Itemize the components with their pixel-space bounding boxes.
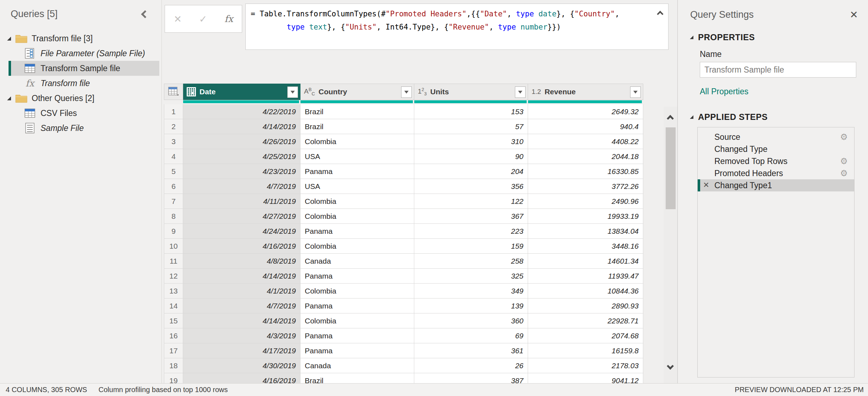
cell-revenue[interactable]: 11939.47	[528, 269, 643, 284]
table-row[interactable]: 84/27/2019Colombia36719933.19	[164, 209, 643, 224]
cell-date[interactable]: 4/14/2019	[183, 269, 300, 284]
all-properties-link[interactable]: All Properties	[700, 87, 749, 96]
formula-text[interactable]: = Table.TransformColumnTypes(#"Promoted …	[246, 4, 668, 37]
cell-units[interactable]: 204	[414, 164, 528, 179]
table-row[interactable]: 184/30/2019Canada262178.03	[164, 358, 643, 373]
table-row[interactable]: 34/26/2019Colombia3104408.22	[164, 134, 643, 149]
applied-step-removed-top-rows[interactable]: Removed Top Rows⚙	[698, 155, 854, 167]
cell-country[interactable]: Colombia	[300, 194, 414, 209]
cell-units[interactable]: 325	[414, 269, 528, 284]
row-number[interactable]: 5	[164, 164, 183, 179]
cell-country[interactable]: Panama	[300, 224, 414, 239]
cell-date[interactable]: 4/11/2019	[183, 194, 300, 209]
row-number[interactable]: 14	[164, 299, 183, 313]
table-row[interactable]: 94/24/2019Panama22313834.04	[164, 224, 643, 239]
cell-country[interactable]: Colombia	[300, 239, 414, 254]
cell-revenue[interactable]: 10844.36	[528, 284, 643, 299]
column-header-country[interactable]: ABCCountry	[300, 84, 414, 100]
cell-revenue[interactable]: 22928.71	[528, 313, 643, 328]
column-header-revenue[interactable]: 1.2Revenue	[528, 84, 643, 100]
table-row[interactable]: 154/14/2019Colombia36022928.71	[164, 313, 643, 328]
table-row[interactable]: 114/8/2019Canada25814601.34	[164, 254, 643, 269]
applied-step-source[interactable]: Source⚙	[698, 131, 854, 143]
cell-date[interactable]: 4/16/2019	[183, 239, 300, 254]
cell-revenue[interactable]: 19933.19	[528, 209, 643, 224]
query-item[interactable]: Transform Sample file	[9, 61, 159, 76]
applied-step-changed-type[interactable]: Changed Type	[698, 143, 854, 155]
row-number[interactable]: 2	[164, 119, 183, 134]
row-number[interactable]: 13	[164, 284, 183, 299]
applied-steps-section-header[interactable]: APPLIED STEPS	[678, 112, 868, 122]
scroll-down-icon[interactable]	[667, 363, 674, 370]
collapse-pane-icon[interactable]	[141, 10, 149, 18]
cell-country[interactable]: Colombia	[300, 313, 414, 328]
cell-units[interactable]: 367	[414, 209, 528, 224]
table-row[interactable]: 174/17/2019Panama36116159.8	[164, 343, 643, 358]
cell-units[interactable]: 360	[414, 313, 528, 328]
cell-country[interactable]: Panama	[300, 299, 414, 313]
cell-revenue[interactable]: 13834.04	[528, 224, 643, 239]
cell-revenue[interactable]: 2044.18	[528, 149, 643, 164]
cell-date[interactable]: 4/25/2019	[183, 149, 300, 164]
scroll-up-icon[interactable]	[667, 115, 674, 122]
row-number[interactable]: 6	[164, 179, 183, 194]
cell-date[interactable]: 4/3/2019	[183, 328, 300, 343]
cell-revenue[interactable]: 2649.32	[528, 104, 643, 119]
cell-country[interactable]: Brazil	[300, 104, 414, 119]
query-group[interactable]: Other Queries [2]	[0, 91, 161, 106]
row-number[interactable]: 15	[164, 313, 183, 328]
cell-country[interactable]: Brazil	[300, 119, 414, 134]
cell-revenue[interactable]: 3448.16	[528, 239, 643, 254]
row-number[interactable]: 4	[164, 149, 183, 164]
table-row[interactable]: 144/7/2019Panama1392890.93	[164, 299, 643, 313]
vertical-scrollbar[interactable]	[664, 107, 678, 383]
cell-country[interactable]: Panama	[300, 343, 414, 358]
step-settings-gear-icon[interactable]: ⚙	[840, 157, 848, 165]
column-header-units[interactable]: 123Units	[414, 84, 528, 100]
group-expand-icon[interactable]	[7, 37, 11, 41]
row-number[interactable]: 9	[164, 224, 183, 239]
cell-date[interactable]: 4/27/2019	[183, 209, 300, 224]
cell-revenue[interactable]: 2490.96	[528, 194, 643, 209]
cell-country[interactable]: Colombia	[300, 134, 414, 149]
table-row[interactable]: 164/3/2019Panama692074.68	[164, 328, 643, 343]
delete-step-icon[interactable]: ✕	[703, 181, 709, 189]
close-pane-icon[interactable]: ✕	[850, 10, 858, 20]
cell-date[interactable]: 4/14/2019	[183, 119, 300, 134]
table-row[interactable]: 24/14/2019Brazil57940.4	[164, 119, 643, 134]
cell-date[interactable]: 4/23/2019	[183, 164, 300, 179]
cell-units[interactable]: 310	[414, 134, 528, 149]
cell-country[interactable]: Canada	[300, 358, 414, 373]
scrollbar-thumb[interactable]	[666, 127, 676, 209]
step-settings-gear-icon[interactable]: ⚙	[840, 169, 848, 178]
cell-date[interactable]: 4/26/2019	[183, 134, 300, 149]
cell-units[interactable]: 69	[414, 328, 528, 343]
applied-step-promoted-headers[interactable]: Promoted Headers⚙	[698, 167, 854, 179]
cell-date[interactable]: 4/24/2019	[183, 224, 300, 239]
query-item[interactable]: fxTransform file	[9, 76, 159, 91]
cell-units[interactable]: 159	[414, 239, 528, 254]
cell-country[interactable]: Canada	[300, 254, 414, 269]
row-number[interactable]: 12	[164, 269, 183, 284]
cell-country[interactable]: Panama	[300, 164, 414, 179]
cell-country[interactable]: USA	[300, 149, 414, 164]
cell-date[interactable]: 4/22/2019	[183, 104, 300, 119]
column-filter-dropdown[interactable]	[287, 86, 298, 98]
cell-date[interactable]: 4/7/2019	[183, 299, 300, 313]
cell-revenue[interactable]: 2890.93	[528, 299, 643, 313]
formula-fx-button[interactable]: fx	[224, 14, 233, 24]
query-item[interactable]: Sample File	[9, 121, 159, 136]
cell-country[interactable]: Panama	[300, 328, 414, 343]
row-number[interactable]: 17	[164, 343, 183, 358]
cell-units[interactable]: 122	[414, 194, 528, 209]
properties-section-header[interactable]: PROPERTIES	[678, 32, 868, 42]
table-row[interactable]: 134/1/2019Colombia34910844.36	[164, 284, 643, 299]
cell-revenue[interactable]: 940.4	[528, 119, 643, 134]
column-header-date[interactable]: Date	[183, 84, 300, 100]
table-row[interactable]: 14/22/2019Brazil1532649.32	[164, 104, 643, 119]
group-expand-icon[interactable]	[7, 96, 11, 100]
cell-revenue[interactable]: 2178.03	[528, 358, 643, 373]
row-number[interactable]: 10	[164, 239, 183, 254]
cell-units[interactable]: 349	[414, 284, 528, 299]
column-filter-dropdown[interactable]	[515, 86, 526, 98]
